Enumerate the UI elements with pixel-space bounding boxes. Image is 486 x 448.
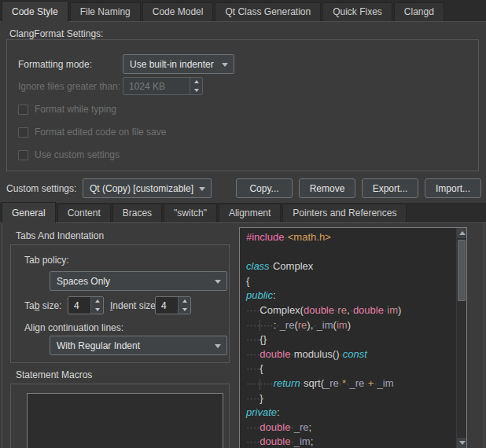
tab-quick-fixes[interactable]: Quick Fixes	[322, 2, 392, 21]
checkbox-label: Use custom settings	[35, 149, 120, 160]
ignore-files-spin-buttons	[190, 78, 202, 94]
align-continuation-value: With Regular Indent	[57, 340, 140, 351]
tab-code-model[interactable]: Code Model	[142, 2, 214, 21]
ignore-files-value: 1024 KB	[123, 78, 190, 94]
checkbox-icon	[18, 127, 28, 138]
settings-page: Code Style File Naming Code Model Qt Cla…	[0, 0, 486, 448]
chevron-down-icon	[215, 280, 221, 284]
ignore-files-spinbox: 1024 KB	[123, 77, 203, 95]
checkbox-icon	[18, 105, 28, 115]
spin-up-icon	[95, 299, 100, 303]
remove-button[interactable]: Remove	[299, 178, 355, 198]
custom-settings-combo[interactable]: Qt (Copy) [customizable]	[83, 178, 212, 198]
custom-settings-label: Custom settings:	[6, 183, 76, 194]
indent-size-label: Indent size:	[110, 300, 158, 311]
chevron-down-icon	[199, 187, 205, 191]
style-tab-content[interactable]: Content	[57, 204, 111, 222]
tab-code-style[interactable]: Code Style	[2, 1, 68, 22]
tab-qt-class-generation[interactable]: Qt Class Generation	[215, 2, 321, 21]
tab-file-naming[interactable]: File Naming	[70, 2, 141, 21]
checkbox-label: Format while typing	[35, 104, 116, 115]
scroll-down-button[interactable]	[457, 438, 467, 448]
custom-settings-value: Qt (Copy) [customizable]	[90, 183, 193, 194]
scroll-down-icon	[459, 441, 466, 445]
style-tab-braces[interactable]: Braces	[112, 204, 162, 222]
formatting-mode-combo[interactable]: Use built-in indenter	[123, 54, 234, 74]
formatting-mode-value: Use built-in indenter	[130, 59, 214, 70]
tab-size-value: 4	[68, 297, 90, 314]
indent-size-spin-buttons[interactable]	[178, 297, 190, 314]
style-tab-alignment[interactable]: Alignment	[219, 204, 281, 222]
export-button[interactable]: Export...	[362, 178, 418, 198]
spin-down-icon	[95, 308, 100, 311]
spin-up-icon	[194, 80, 199, 83]
tabs-indentation-groupbox: Tab policy: Spaces Only Tab size: 4 Inde…	[10, 244, 230, 363]
tab-clangd[interactable]: Clangd	[394, 2, 444, 21]
statement-macros-groupbox	[10, 384, 230, 448]
checkbox-label: Format edited code on file save	[35, 127, 166, 138]
code-lines: #include·<math.h>class·Complex{public:··…	[240, 228, 456, 448]
indent-size-value: 4	[156, 297, 178, 314]
copy-button[interactable]: Copy...	[236, 178, 293, 198]
ignore-files-label: Ignore files greater than:	[18, 81, 120, 92]
tab-size-label: Tab size:	[24, 300, 61, 311]
spin-down-icon	[194, 89, 199, 92]
statement-macros-list[interactable]	[27, 393, 223, 448]
align-continuation-label: Align continuation lines:	[24, 322, 123, 333]
align-continuation-combo[interactable]: With Regular Indent	[50, 336, 227, 355]
scroll-thumb[interactable]	[458, 240, 466, 301]
checkbox-use-custom-settings: Use custom settings	[18, 149, 120, 160]
spin-up-icon	[182, 299, 187, 303]
tab-policy-value: Spaces Only	[57, 276, 110, 287]
tab-size-spinbox[interactable]: 4	[68, 296, 104, 314]
checkbox-format-while-typing: Format while typing	[18, 104, 116, 115]
tabs-indentation-title: Tabs And Indentation	[16, 230, 104, 241]
style-tab-general[interactable]: General	[2, 202, 56, 223]
tab-policy-label: Tab policy:	[24, 255, 69, 266]
clangformat-groupbox: Formatting mode: Use built-in indenter I…	[6, 39, 479, 171]
scroll-up-button[interactable]	[457, 228, 467, 238]
code-preview[interactable]: #include·<math.h>class·Complex{public:··…	[239, 227, 467, 448]
style-tab-switch[interactable]: "switch"	[164, 204, 217, 222]
indent-size-spinbox[interactable]: 4	[155, 296, 191, 314]
chevron-down-icon	[222, 63, 228, 67]
chevron-down-icon	[215, 344, 221, 348]
code-preview-scrollbar[interactable]	[456, 228, 466, 448]
clangformat-section-label: ClangFormat Settings:	[9, 28, 103, 39]
checkbox-icon	[18, 150, 28, 160]
tab-policy-combo[interactable]: Spaces Only	[50, 271, 227, 291]
scroll-up-icon	[459, 231, 466, 235]
checkbox-format-on-save: Format edited code on file save	[18, 127, 166, 138]
import-button[interactable]: Import...	[425, 178, 481, 198]
spin-down-icon	[182, 308, 187, 311]
style-tabbar: General Content Braces "switch" Alignmen…	[0, 203, 486, 223]
top-tabbar: Code Style File Naming Code Model Qt Cla…	[0, 0, 486, 22]
formatting-mode-label: Formatting mode:	[18, 59, 92, 70]
style-tab-pointers-references[interactable]: Pointers and References	[282, 204, 407, 222]
statement-macros-title: Statement Macros	[16, 369, 92, 380]
tab-size-spin-buttons[interactable]	[90, 297, 103, 314]
